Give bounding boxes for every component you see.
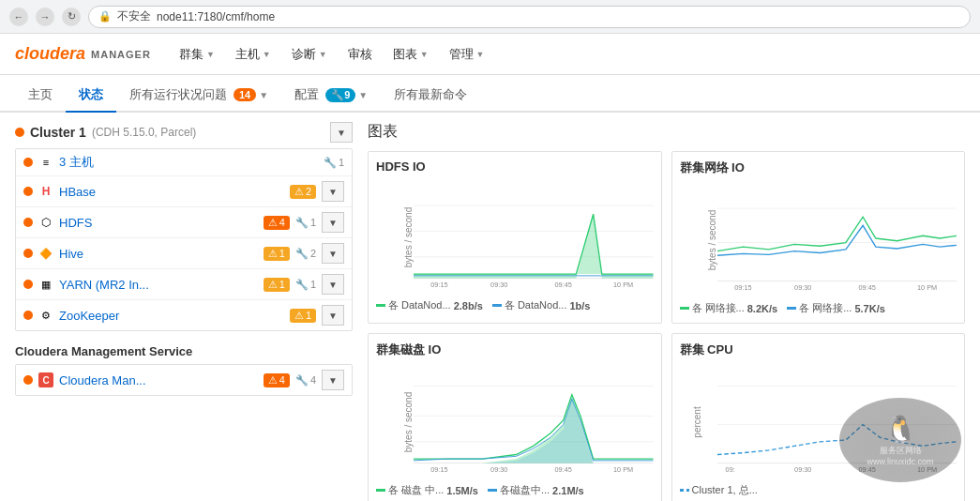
svg-text:09:15: 09:15 xyxy=(430,281,447,289)
hdfs-dropdown-btn[interactable]: ▼ xyxy=(322,212,344,233)
svg-marker-7 xyxy=(414,214,654,278)
refresh-button[interactable]: ↻ xyxy=(62,8,81,26)
nav-menu: 群集 ▼ 主机 ▼ 诊断 ▼ 审核 图表 ▼ 管理 ▼ xyxy=(170,40,494,68)
cluster-name: Cluster 1 xyxy=(30,125,86,140)
disk-y-label: bytes / second xyxy=(403,391,414,451)
cpu-chart-wrapper: percent 100% 50% 09: 09:30 09:45 10 PM xyxy=(717,364,957,479)
hosts-link[interactable]: 3 主机 xyxy=(59,154,318,171)
nav-manage[interactable]: 管理 ▼ xyxy=(440,40,494,68)
mgmt-dropdown-btn[interactable]: ▼ xyxy=(322,370,344,390)
nav-charts[interactable]: 图表 ▼ xyxy=(384,40,438,68)
hive-dropdown-btn[interactable]: ▼ xyxy=(322,243,344,264)
hdfs-y-label: bytes / second xyxy=(403,206,414,266)
cluster-title: Cluster 1 (CDH 5.15.0, Parcel) xyxy=(15,125,196,140)
nav-host-arrow: ▼ xyxy=(263,50,271,59)
tab-issues[interactable]: 所有运行状况问题 14 ▼ xyxy=(116,79,281,113)
hdfs-chart-wrapper: bytes / second 60b/s 40b/s 20b/s xyxy=(414,179,654,295)
app-header: cloudera MANAGER 群集 ▼ 主机 ▼ 诊断 ▼ 审核 图表 ▼ … xyxy=(0,34,980,75)
back-button[interactable]: ← xyxy=(9,8,28,26)
config-tab-arrow[interactable]: ▼ xyxy=(358,90,368,100)
cluster-dropdown-btn[interactable]: ▼ xyxy=(330,122,353,143)
zk-link[interactable]: ZooKeeper xyxy=(59,309,284,323)
svg-text:09:30: 09:30 xyxy=(490,281,507,289)
tab-config[interactable]: 配置 🔧9 ▼ xyxy=(281,79,381,113)
hdfs-warn-badge: ⚠ 4 xyxy=(264,216,290,230)
svg-text:09:45: 09:45 xyxy=(858,283,875,292)
cpu-legend-blue: Cluster 1, 总... xyxy=(680,483,758,497)
svg-text:09:30: 09:30 xyxy=(794,465,811,474)
hive-icon: 🔶 xyxy=(38,246,53,261)
hbase-link[interactable]: HBase xyxy=(59,185,284,199)
url-text: node11:7180/cmf/home xyxy=(157,10,275,23)
yarn-link[interactable]: YARN (MR2 In... xyxy=(59,278,258,292)
zk-icon: ⚙ xyxy=(38,308,53,323)
issues-tab-arrow[interactable]: ▼ xyxy=(259,90,268,100)
config-badge: 🔧9 xyxy=(325,88,355,102)
logo-area: cloudera MANAGER xyxy=(15,44,151,64)
network-chart-svg: 19.5K/s 9.8K/s 09:15 09:30 09:45 10 PM xyxy=(717,182,957,295)
cpu-y-label: percent xyxy=(692,406,702,437)
hdfs-legend-blue-dot xyxy=(492,304,502,307)
hive-tool-badge: 🔧 2 xyxy=(295,248,316,260)
zk-dropdown-btn[interactable]: ▼ xyxy=(322,305,344,326)
tab-home[interactable]: 主页 xyxy=(15,79,66,113)
tab-commands[interactable]: 所有最新命令 xyxy=(381,79,480,113)
hdfs-legend-green-dot xyxy=(376,304,385,307)
nav-charts-arrow: ▼ xyxy=(420,50,429,59)
nav-cluster-arrow: ▼ xyxy=(206,50,215,59)
svg-text:09:: 09: xyxy=(725,465,734,474)
cluster-subtitle: (CDH 5.15.0, Parcel) xyxy=(92,126,196,139)
nav-audit[interactable]: 审核 xyxy=(339,40,382,68)
yarn-dropdown-btn[interactable]: ▼ xyxy=(322,274,344,295)
issues-badge: 14 xyxy=(234,88,256,101)
hdfs-chart-title: HDFS IO xyxy=(376,159,654,174)
disk-legend-blue-dot xyxy=(488,489,497,492)
hdfs-link[interactable]: HDFS xyxy=(59,216,258,230)
svg-text:09:15: 09:15 xyxy=(430,465,447,474)
service-hbase: H HBase ⚠ 2 ▼ xyxy=(16,176,352,207)
mgmt-status-dot xyxy=(23,375,33,385)
cpu-legend-blue-dot xyxy=(680,489,689,492)
cluster-status-dot xyxy=(15,128,24,137)
logo-manager: MANAGER xyxy=(91,49,151,60)
disk-chart-title: 群集磁盘 IO xyxy=(376,342,654,358)
nav-cluster[interactable]: 群集 ▼ xyxy=(170,40,224,68)
mgmt-link[interactable]: Cloudera Man... xyxy=(59,373,258,387)
cpu-legend: Cluster 1, 总... xyxy=(680,483,957,497)
network-legend-blue-dot xyxy=(787,307,796,310)
hive-link[interactable]: Hive xyxy=(59,247,258,261)
management-service-item: C Cloudera Man... ⚠ 4 🔧 4 ▼ xyxy=(16,365,352,395)
service-yarn: ▦ YARN (MR2 In... ⚠ 1 🔧 1 ▼ xyxy=(16,269,352,300)
hdfs-status-dot xyxy=(23,218,33,227)
service-list: ≡ 3 主机 🔧 1 H HBase ⚠ 2 ▼ ⬡ HDFS ⚠ 4 🔧 1 … xyxy=(15,148,353,331)
page-tabs: 主页 状态 所有运行状况问题 14 ▼ 配置 🔧9 ▼ 所有最新命令 xyxy=(0,75,980,113)
yarn-tool-badge: 🔧 1 xyxy=(295,279,316,291)
network-legend-green-dot xyxy=(680,307,689,310)
tab-status[interactable]: 状态 xyxy=(66,79,116,113)
yarn-warn-badge: ⚠ 1 xyxy=(264,278,290,292)
zk-warn-badge: ⚠ 1 xyxy=(290,309,316,323)
service-hive: 🔶 Hive ⚠ 1 🔧 2 ▼ xyxy=(16,238,352,269)
nav-diagnose[interactable]: 诊断 ▼ xyxy=(282,40,337,68)
url-bar[interactable]: 🔒 不安全 node11:7180/cmf/home xyxy=(88,6,971,28)
network-legend-blue: 各 网络接... 5.7K/s xyxy=(787,301,885,315)
hdfs-legend-blue: 各 DataNod... 1b/s xyxy=(492,298,591,312)
hbase-icon: H xyxy=(38,184,53,199)
svg-text:10 PM: 10 PM xyxy=(613,465,633,474)
nav-host[interactable]: 主机 ▼ xyxy=(226,40,280,68)
main-content: Cluster 1 (CDH 5.15.0, Parcel) ▼ ≡ 3 主机 … xyxy=(0,113,980,501)
hosts-tool-badge: 🔧 1 xyxy=(324,157,344,169)
disk-legend: 各 磁盘 中... 1.5M/s 各磁盘中... 2.1M/s xyxy=(376,483,654,497)
hbase-dropdown-btn[interactable]: ▼ xyxy=(322,181,344,202)
disk-legend-green: 各 磁盘 中... 1.5M/s xyxy=(376,483,478,497)
hdfs-legend: 各 DataNod... 2.8b/s 各 DataNod... 1b/s xyxy=(376,298,654,312)
svg-text:10 PM: 10 PM xyxy=(917,283,937,292)
svg-text:09:45: 09:45 xyxy=(858,465,875,474)
disk-legend-green-dot xyxy=(376,489,385,492)
forward-button[interactable]: → xyxy=(36,8,54,26)
disk-chart-svg: 57.2M/s 8.1M/s 9.1M/s 09:15 09:30 09:45 … xyxy=(414,364,654,477)
svg-marker-28 xyxy=(414,395,654,463)
hbase-status-dot xyxy=(23,187,33,196)
nav-diagnose-arrow: ▼ xyxy=(319,50,327,59)
mgmt-tool-badge: 🔧 4 xyxy=(295,374,316,387)
